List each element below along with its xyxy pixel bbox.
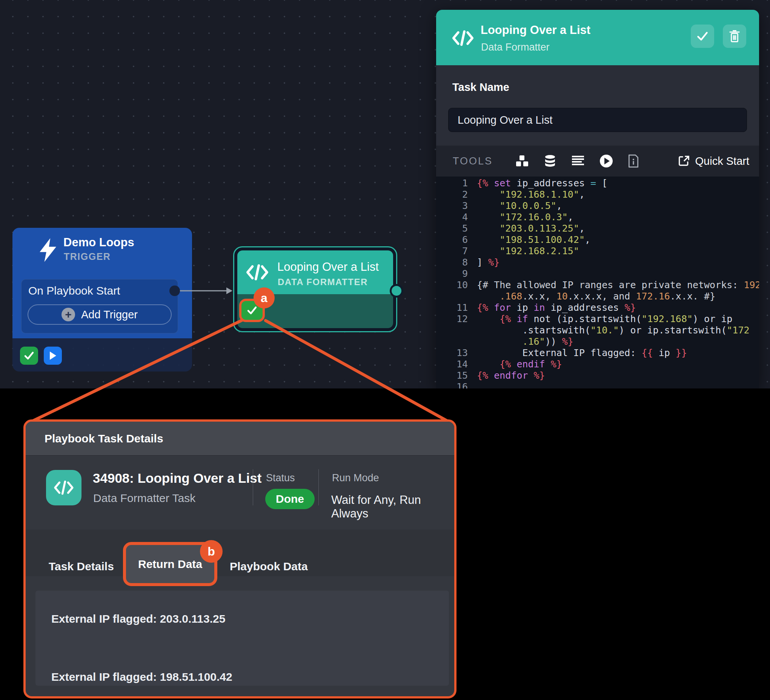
database-icon [543, 154, 557, 168]
task-config-panel: Looping Over a List Data Formatter T [436, 10, 759, 388]
task-output-port[interactable] [390, 284, 403, 297]
code-row: 4 "172.16.0.3", [436, 212, 759, 223]
modal-header: Playbook Task Details [26, 422, 454, 456]
code-row: 1{% set ip_addresses = [ [436, 178, 759, 189]
code-row: 6 "198.51.100.42", [436, 234, 759, 246]
panel-subtitle: Data Formatter [481, 42, 550, 53]
code-row: 5 "203.0.113.25", [436, 223, 759, 234]
code-row: .16")) %} [436, 336, 759, 348]
blocks-tool-button[interactable] [515, 155, 529, 167]
task-node-type: DATA FORMATTER [278, 277, 368, 288]
check-icon [696, 31, 709, 42]
check-icon [246, 306, 258, 315]
add-trigger-button[interactable]: + Add Trigger [28, 304, 171, 325]
logs-tool-button[interactable] [571, 155, 585, 167]
play-icon [49, 351, 57, 361]
datastore-tool-button[interactable] [543, 154, 557, 168]
modal-task-title: 34908: Looping Over a List [93, 471, 262, 486]
trigger-node-type: TRIGGER [64, 251, 110, 262]
blocks-icon [515, 155, 529, 167]
external-link-icon [678, 155, 690, 167]
task-name-input[interactable] [448, 108, 747, 132]
lines-icon [571, 155, 585, 167]
status-badge: Done [265, 489, 315, 509]
play-circle-icon [599, 154, 613, 168]
return-data-line: External IP flagged: 203.0.113.25 [51, 613, 225, 625]
trigger-node[interactable]: Demo Loops TRIGGER On Playbook Start + A… [13, 228, 192, 372]
tab-task-details[interactable]: Task Details [49, 560, 114, 573]
code-row: 12 {% if not (ip.startswith("192.168") o… [436, 314, 759, 325]
run-mode-value: Wait for Any, Run Always [331, 493, 454, 521]
divider [253, 469, 253, 505]
annotation-a-badge: a [254, 288, 275, 309]
trigger-item-label: On Playbook Start [28, 285, 120, 297]
quick-start-label: Quick Start [695, 155, 749, 167]
task-node-title: Looping Over a List [277, 260, 379, 274]
return-data-panel: External IP flagged: 203.0.113.25 Extern… [36, 591, 449, 685]
playbook-task-details-modal: Playbook Task Details 34908: Looping Ove… [23, 419, 456, 698]
tools-label: TOOLS [453, 155, 493, 167]
code-row: 11{% for ip in ip_addresses %} [436, 302, 759, 314]
save-task-button[interactable] [691, 24, 714, 48]
code-row: 7 "192.168.2.15" [436, 246, 759, 257]
trigger-node-title: Demo Loops [63, 236, 134, 249]
code-row: 8] %} [436, 257, 759, 268]
code-row: .startswith("10.") or ip.startswith("172 [436, 325, 759, 336]
check-icon [24, 351, 34, 360]
trigger-node-body[interactable]: Demo Loops TRIGGER On Playbook Start + A… [13, 228, 192, 338]
divider [319, 469, 319, 505]
code-row: 14 {% endif %} [436, 359, 759, 370]
run-tool-button[interactable] [599, 154, 613, 168]
trigger-item-card[interactable]: On Playbook Start + Add Trigger [21, 279, 178, 333]
code-icon [246, 262, 269, 282]
code-row: 10{# The allowed IP ranges are private n… [436, 280, 759, 291]
modal-title: Playbook Task Details [45, 432, 163, 445]
code-row: 13 External IP flagged: {{ ip }} [436, 348, 759, 359]
add-trigger-label: Add Trigger [81, 309, 138, 321]
code-row: .168.x.x, 10.x.x.x, and 172.16.x.x. #} [436, 291, 759, 302]
code-row: 15{% endfor %} [436, 370, 759, 381]
status-label: Status [266, 472, 295, 484]
plus-icon: + [61, 308, 75, 321]
delete-task-button[interactable] [723, 24, 746, 48]
task-type-icon [46, 470, 81, 505]
code-row: 2 "192.168.1.10", [436, 189, 759, 200]
info-file-tool-button[interactable] [628, 154, 639, 168]
trigger-success-button[interactable] [20, 347, 38, 365]
task-name-section: Task Name [436, 65, 759, 145]
code-editor[interactable]: 1{% set ip_addresses = [2 "192.168.1.10"… [436, 176, 759, 388]
edge-arrowhead [226, 288, 232, 294]
return-data-line: External IP flagged: 198.51.100.42 [51, 671, 232, 684]
trash-icon [729, 30, 740, 43]
code-row: 9 [436, 268, 759, 280]
code-icon [53, 479, 74, 496]
lightning-icon [34, 237, 63, 263]
trigger-node-footer [13, 338, 192, 372]
code-rows: 1{% set ip_addresses = [2 "192.168.1.10"… [436, 178, 759, 388]
code-icon [451, 29, 475, 47]
tools-toolbar: TOOLS [436, 145, 759, 176]
panel-header: Looping Over a List Data Formatter [436, 10, 759, 65]
task-name-label: Task Name [452, 81, 509, 94]
code-row: 3 "10.0.0.5", [436, 200, 759, 212]
annotation-b-badge: b [200, 540, 223, 563]
panel-title: Looping Over a List [480, 23, 590, 37]
tab-playbook-data[interactable]: Playbook Data [230, 560, 308, 573]
quick-start-button[interactable]: Quick Start [678, 155, 749, 167]
playbook-editor-page: Demo Loops TRIGGER On Playbook Start + A… [0, 0, 770, 700]
run-mode-label: Run Mode [332, 472, 379, 484]
code-row: 16 [436, 381, 759, 388]
modal-task-subtitle: Data Formatter Task [93, 492, 196, 504]
info-file-icon [628, 154, 639, 168]
trigger-run-button[interactable] [44, 347, 62, 365]
